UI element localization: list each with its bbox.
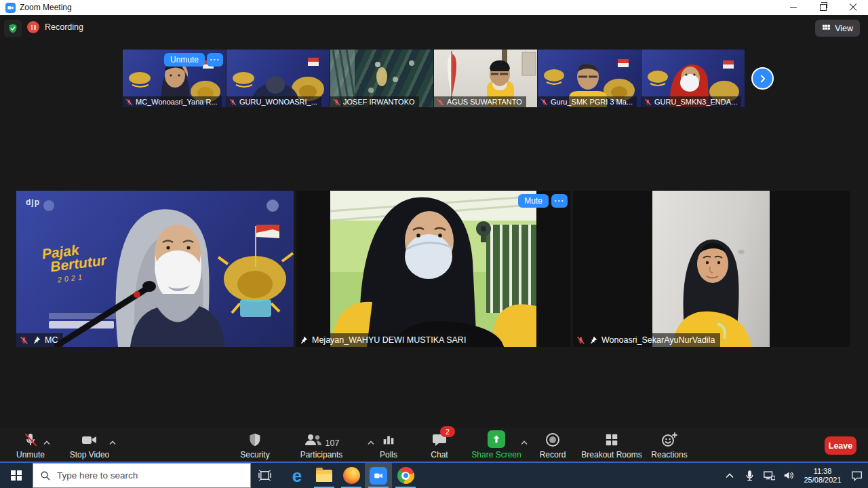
record-button[interactable]: Record [533, 430, 572, 459]
taskbar-search[interactable] [33, 463, 251, 488]
tray-network-icon[interactable] [762, 463, 776, 488]
tray-volume-icon[interactable] [781, 463, 796, 488]
unmute-options-chevron[interactable] [43, 436, 50, 441]
windows-logo-icon [11, 470, 22, 481]
participants-count: 107 [326, 438, 340, 448]
hidden-icons-chevron[interactable] [722, 463, 737, 488]
meeting-toolbar: Unmute Stop Video Security 107 Participa… [0, 428, 868, 462]
pin-icon [33, 336, 41, 344]
restore-icon [820, 4, 827, 11]
video-tile-mc-main[interactable]: djp Pajak Bertutur 2021 MC [16, 191, 294, 347]
file-explorer-icon [316, 470, 332, 482]
taskbar-clock[interactable]: 11:38 25/08/2021 [801, 467, 844, 485]
firefox-icon [343, 467, 360, 484]
participant-name-label: MC [16, 333, 63, 347]
participant-name-label: Guru_SMK PGRI 3 Ma... [538, 96, 637, 107]
muted-mic-icon [125, 98, 133, 106]
gallery-next-page-button[interactable] [751, 67, 774, 90]
participant-name-label: Wonoasri_SekarAyuNurVadila [573, 333, 720, 347]
pin-icon [300, 336, 308, 344]
screen: Zoom Meeting Recording View [0, 0, 868, 488]
video-options-chevron[interactable] [109, 436, 116, 441]
breakout-rooms-button[interactable]: Breakout Rooms [578, 430, 646, 459]
participant-name-label: GURU_WONOASRI_... [226, 96, 321, 107]
unmute-participant-button[interactable]: Unmute [164, 53, 205, 67]
participant-more-button[interactable]: ··· [551, 194, 568, 208]
video-tile-guru-smkn3-enda[interactable]: GURU_SMKN3_ENDA... [642, 50, 745, 107]
video-tile-guru-smk-pgri3[interactable]: Guru_SMK PGRI 3 Ma... [538, 50, 641, 107]
pajak-bertutur-watermark: Pajak Bertutur 2021 [41, 240, 108, 288]
participant-name-label: Mejayan_WAHYU DEWI MUSTIKA SARI [296, 333, 471, 347]
gallery-view-icon [822, 24, 831, 33]
meeting-info-button[interactable] [4, 20, 22, 37]
breakout-rooms-icon [604, 432, 619, 448]
share-screen-icon [488, 430, 505, 448]
recording-icon [27, 21, 39, 33]
recording-indicator[interactable]: Recording [27, 21, 83, 33]
reactions-button[interactable]: Reactions [646, 430, 693, 459]
zoom-app-icon [5, 3, 16, 13]
muted-mic-icon [22, 432, 39, 448]
taskbar-file-explorer[interactable] [311, 463, 338, 488]
video-camera-icon [81, 432, 98, 448]
clock-time: 11:38 [801, 467, 844, 476]
video-tile-agus-suwartanto[interactable]: AGUS SUWARTANTO [434, 50, 537, 107]
participants-icon [304, 432, 323, 448]
task-view-icon [258, 469, 271, 482]
video-tile-guru-wonoasri[interactable]: GURU_WONOASRI_... [226, 50, 330, 107]
leave-button[interactable]: Leave [825, 436, 856, 455]
muted-mic-icon [576, 336, 585, 345]
record-icon [545, 432, 561, 448]
chat-button[interactable]: 2 Chat [420, 430, 458, 459]
system-tray: 11:38 25/08/2021 [722, 463, 868, 488]
djp-watermark: djp [26, 198, 40, 207]
participant-video [330, 191, 536, 347]
view-label: View [835, 24, 853, 33]
video-tile-mc-wonoasri-yana[interactable]: Unmute ··· MC_Wonoasri_Yana R... [123, 50, 226, 107]
muted-mic-icon [229, 98, 237, 106]
minimize-button[interactable] [778, 0, 808, 15]
polls-icon [381, 432, 396, 448]
muted-mic-icon [540, 98, 548, 106]
taskbar-zoom-active[interactable] [365, 463, 392, 488]
participants-button[interactable]: 107 Participants [283, 430, 359, 459]
video-tile-wonoasri-sekar[interactable]: Wonoasri_SekarAyuNurVadila [573, 191, 850, 347]
meeting-infobar: Recording View [0, 15, 868, 42]
chat-unread-badge: 2 [440, 426, 455, 437]
participant-name-label: AGUS SUWARTANTO [434, 96, 526, 107]
restore-button[interactable] [808, 0, 838, 15]
taskbar-chrome[interactable] [392, 463, 419, 488]
start-button[interactable] [0, 463, 33, 488]
tray-microphone-icon[interactable] [742, 463, 757, 488]
share-options-chevron[interactable] [521, 436, 528, 441]
share-screen-button[interactable]: Share Screen [467, 430, 526, 459]
search-input[interactable] [56, 470, 228, 481]
participant-name-label: GURU_SMKN3_ENDA... [642, 96, 741, 107]
search-icon [40, 470, 50, 481]
minimize-icon [790, 7, 797, 8]
participant-video: djp Pajak Bertutur 2021 [16, 191, 294, 347]
muted-mic-icon [644, 98, 652, 106]
video-tile-mejayan-wahyu[interactable]: Mute ··· Mejayan_WAHYU DEWI MUSTIKA SARI [296, 191, 570, 347]
chevron-right-icon [759, 75, 767, 83]
polls-button[interactable]: Polls [369, 430, 408, 459]
taskbar-firefox[interactable] [338, 463, 365, 488]
mute-participant-button[interactable]: Mute [518, 194, 549, 208]
chrome-icon [397, 467, 414, 484]
shield-icon [248, 432, 262, 448]
security-button[interactable]: Security [229, 430, 281, 459]
recording-label: Recording [45, 22, 83, 32]
video-tile-josef-irwantoko[interactable]: JOSEF IRWANTOKO [330, 50, 433, 107]
stop-video-button[interactable]: Stop Video [62, 430, 117, 459]
action-center-button[interactable] [849, 463, 864, 488]
participant-video [652, 191, 770, 347]
view-button[interactable]: View [815, 20, 860, 37]
task-view-button[interactable] [251, 463, 278, 488]
shield-check-icon [7, 23, 18, 34]
participant-more-button[interactable]: ··· [207, 53, 223, 67]
close-button[interactable] [838, 0, 868, 15]
taskbar-edge[interactable]: e [283, 463, 311, 488]
reactions-icon [660, 432, 678, 448]
window-title: Zoom Meeting [20, 3, 72, 12]
participant-name-label: JOSEF IRWANTOKO [330, 96, 419, 107]
